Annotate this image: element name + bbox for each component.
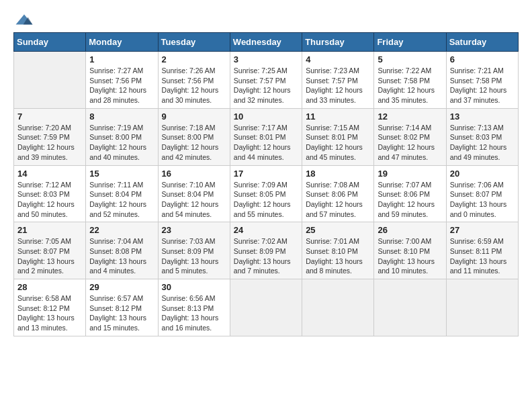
day-number: 29 [89, 282, 154, 292]
calendar-cell [14, 52, 86, 109]
day-info: Sunrise: 7:08 AM Sunset: 8:06 PM Dayligh… [306, 180, 370, 220]
calendar-cell: 15Sunrise: 7:11 AM Sunset: 8:04 PM Dayli… [86, 165, 158, 222]
calendar-cell: 4Sunrise: 7:23 AM Sunset: 7:57 PM Daylig… [302, 52, 374, 109]
calendar-cell: 9Sunrise: 7:18 AM Sunset: 8:00 PM Daylig… [158, 108, 230, 165]
day-number: 14 [17, 169, 82, 179]
day-number: 23 [162, 225, 226, 235]
day-info: Sunrise: 7:23 AM Sunset: 7:57 PM Dayligh… [306, 66, 370, 105]
calendar-cell: 2Sunrise: 7:26 AM Sunset: 7:56 PM Daylig… [158, 52, 230, 109]
day-number: 24 [234, 225, 298, 235]
calendar-cell [374, 279, 446, 336]
day-info: Sunrise: 7:11 AM Sunset: 8:04 PM Dayligh… [89, 180, 154, 220]
day-info: Sunrise: 7:06 AM Sunset: 8:07 PM Dayligh… [450, 180, 515, 220]
calendar-cell: 3Sunrise: 7:25 AM Sunset: 7:57 PM Daylig… [230, 52, 302, 109]
day-number: 16 [162, 169, 226, 179]
day-info: Sunrise: 7:04 AM Sunset: 8:08 PM Dayligh… [89, 236, 154, 276]
day-number: 8 [89, 111, 154, 122]
day-info: Sunrise: 7:17 AM Sunset: 8:01 PM Dayligh… [234, 123, 298, 163]
day-number: 30 [162, 282, 226, 292]
day-number: 4 [306, 54, 370, 64]
day-info: Sunrise: 7:26 AM Sunset: 7:56 PM Dayligh… [162, 66, 226, 105]
calendar-cell: 28Sunrise: 6:58 AM Sunset: 8:12 PM Dayli… [14, 279, 86, 336]
day-info: Sunrise: 7:00 AM Sunset: 8:10 PM Dayligh… [378, 236, 442, 276]
calendar-cell: 26Sunrise: 7:00 AM Sunset: 8:10 PM Dayli… [374, 222, 446, 279]
calendar-cell: 20Sunrise: 7:06 AM Sunset: 8:07 PM Dayli… [446, 165, 518, 222]
calendar-header-thursday: Thursday [302, 33, 374, 52]
day-number: 7 [17, 111, 82, 122]
day-number: 13 [450, 111, 515, 122]
calendar-cell [446, 279, 518, 336]
calendar-header-row: SundayMondayTuesdayWednesdayThursdayFrid… [14, 33, 519, 52]
day-info: Sunrise: 6:56 AM Sunset: 8:13 PM Dayligh… [162, 293, 226, 333]
day-number: 2 [162, 54, 226, 64]
day-info: Sunrise: 7:18 AM Sunset: 8:00 PM Dayligh… [162, 123, 226, 163]
calendar-cell [230, 279, 302, 336]
calendar-cell: 21Sunrise: 7:05 AM Sunset: 8:07 PM Dayli… [14, 222, 86, 279]
day-number: 6 [450, 54, 515, 64]
calendar-cell: 17Sunrise: 7:09 AM Sunset: 8:05 PM Dayli… [230, 165, 302, 222]
day-info: Sunrise: 6:57 AM Sunset: 8:12 PM Dayligh… [89, 293, 154, 333]
day-number: 11 [306, 111, 370, 122]
calendar-week-row: 7Sunrise: 7:20 AM Sunset: 7:59 PM Daylig… [14, 108, 519, 165]
day-info: Sunrise: 7:15 AM Sunset: 8:01 PM Dayligh… [306, 123, 370, 163]
day-number: 12 [378, 111, 442, 122]
calendar-table: SundayMondayTuesdayWednesdayThursdayFrid… [13, 32, 519, 336]
day-number: 26 [378, 225, 442, 235]
day-number: 9 [162, 111, 226, 122]
calendar-cell: 8Sunrise: 7:19 AM Sunset: 8:00 PM Daylig… [86, 108, 158, 165]
day-info: Sunrise: 7:07 AM Sunset: 8:06 PM Dayligh… [378, 180, 442, 220]
calendar-cell: 5Sunrise: 7:22 AM Sunset: 7:58 PM Daylig… [374, 52, 446, 109]
day-info: Sunrise: 7:21 AM Sunset: 7:58 PM Dayligh… [450, 66, 515, 105]
calendar-header-saturday: Saturday [446, 33, 518, 52]
calendar-week-row: 21Sunrise: 7:05 AM Sunset: 8:07 PM Dayli… [14, 222, 519, 279]
calendar-header-wednesday: Wednesday [230, 33, 302, 52]
day-number: 15 [89, 169, 154, 179]
day-number: 5 [378, 54, 442, 64]
day-info: Sunrise: 7:19 AM Sunset: 8:00 PM Dayligh… [89, 123, 154, 163]
calendar-header-monday: Monday [86, 33, 158, 52]
calendar-cell: 6Sunrise: 7:21 AM Sunset: 7:58 PM Daylig… [446, 52, 518, 109]
calendar-week-row: 14Sunrise: 7:12 AM Sunset: 8:03 PM Dayli… [14, 165, 519, 222]
day-number: 1 [89, 54, 154, 64]
day-info: Sunrise: 7:14 AM Sunset: 8:02 PM Dayligh… [378, 123, 442, 163]
calendar-cell: 19Sunrise: 7:07 AM Sunset: 8:06 PM Dayli… [374, 165, 446, 222]
calendar-cell: 10Sunrise: 7:17 AM Sunset: 8:01 PM Dayli… [230, 108, 302, 165]
day-number: 17 [234, 169, 298, 179]
day-info: Sunrise: 7:13 AM Sunset: 8:03 PM Dayligh… [450, 123, 515, 163]
calendar-cell: 7Sunrise: 7:20 AM Sunset: 7:59 PM Daylig… [14, 108, 86, 165]
day-number: 10 [234, 111, 298, 122]
day-info: Sunrise: 7:25 AM Sunset: 7:57 PM Dayligh… [234, 66, 298, 105]
day-number: 21 [17, 225, 82, 235]
day-info: Sunrise: 7:02 AM Sunset: 8:09 PM Dayligh… [234, 236, 298, 276]
calendar-cell: 11Sunrise: 7:15 AM Sunset: 8:01 PM Dayli… [302, 108, 374, 165]
calendar-cell: 23Sunrise: 7:03 AM Sunset: 8:09 PM Dayli… [158, 222, 230, 279]
calendar-cell: 30Sunrise: 6:56 AM Sunset: 8:13 PM Dayli… [158, 279, 230, 336]
day-number: 27 [450, 225, 515, 235]
day-number: 3 [234, 54, 298, 64]
calendar-cell: 12Sunrise: 7:14 AM Sunset: 8:02 PM Dayli… [374, 108, 446, 165]
day-number: 19 [378, 169, 442, 179]
calendar-cell: 16Sunrise: 7:10 AM Sunset: 8:04 PM Dayli… [158, 165, 230, 222]
day-info: Sunrise: 7:10 AM Sunset: 8:04 PM Dayligh… [162, 180, 226, 220]
day-info: Sunrise: 6:59 AM Sunset: 8:11 PM Dayligh… [450, 236, 515, 276]
day-number: 28 [17, 282, 82, 292]
day-info: Sunrise: 7:09 AM Sunset: 8:05 PM Dayligh… [234, 180, 298, 220]
calendar-cell: 29Sunrise: 6:57 AM Sunset: 8:12 PM Dayli… [86, 279, 158, 336]
calendar-header-sunday: Sunday [14, 33, 86, 52]
day-number: 18 [306, 169, 370, 179]
page-header [13, 13, 519, 26]
calendar-cell: 14Sunrise: 7:12 AM Sunset: 8:03 PM Dayli… [14, 165, 86, 222]
calendar-cell: 1Sunrise: 7:27 AM Sunset: 7:56 PM Daylig… [86, 52, 158, 109]
calendar-cell: 25Sunrise: 7:01 AM Sunset: 8:10 PM Dayli… [302, 222, 374, 279]
day-info: Sunrise: 7:03 AM Sunset: 8:09 PM Dayligh… [162, 236, 226, 276]
day-number: 22 [89, 225, 154, 235]
calendar-cell: 22Sunrise: 7:04 AM Sunset: 8:08 PM Dayli… [86, 222, 158, 279]
day-number: 25 [306, 225, 370, 235]
calendar-cell: 13Sunrise: 7:13 AM Sunset: 8:03 PM Dayli… [446, 108, 518, 165]
calendar-cell [302, 279, 374, 336]
day-info: Sunrise: 7:12 AM Sunset: 8:03 PM Dayligh… [17, 180, 82, 220]
logo [13, 13, 34, 26]
calendar-week-row: 1Sunrise: 7:27 AM Sunset: 7:56 PM Daylig… [14, 52, 519, 109]
calendar-cell: 27Sunrise: 6:59 AM Sunset: 8:11 PM Dayli… [446, 222, 518, 279]
day-number: 20 [450, 169, 515, 179]
